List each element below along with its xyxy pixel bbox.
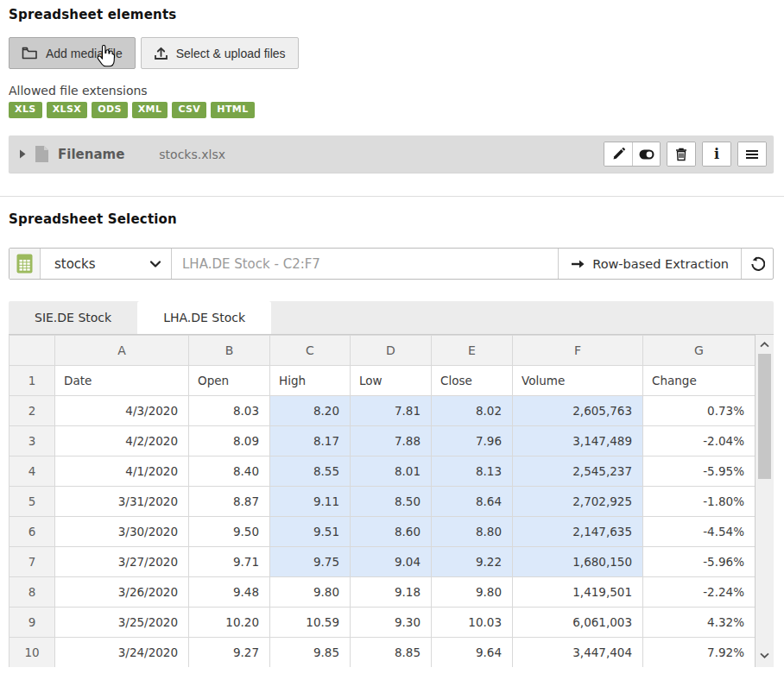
sheet-cell[interactable]: 9.22 <box>432 547 513 577</box>
sheet-cell[interactable]: 8.01 <box>351 456 432 487</box>
sheet-cell[interactable]: 8.50 <box>351 487 432 517</box>
sheet-cell[interactable]: 8.13 <box>432 456 513 487</box>
scroll-up-arrow[interactable] <box>756 337 774 352</box>
sheet-cell[interactable]: -2.04% <box>643 426 756 456</box>
row-number-cell[interactable]: 8 <box>9 577 55 608</box>
sheet-cell[interactable]: Open <box>189 366 270 396</box>
sheet-cell[interactable]: 8.87 <box>189 487 270 517</box>
row-number-cell[interactable]: 7 <box>9 547 55 577</box>
sheet-cell[interactable]: 9.04 <box>351 547 432 577</box>
sheet-cell[interactable]: 8.64 <box>432 487 513 517</box>
sheet-cell[interactable]: 3/30/2020 <box>55 517 189 547</box>
file-reference-row[interactable]: Filename stocks.xlsx <box>9 135 774 173</box>
sheet-cell[interactable]: 2,702,925 <box>513 487 643 517</box>
sheet-cell[interactable]: 10.03 <box>432 608 513 638</box>
sheet-cell[interactable]: 8.40 <box>189 456 270 487</box>
sheet-cell[interactable]: 7.92% <box>643 638 756 668</box>
sheet-cell[interactable]: 8.60 <box>351 517 432 547</box>
row-number-cell[interactable]: 9 <box>9 608 55 638</box>
sheet-cell[interactable]: -4.54% <box>643 517 756 547</box>
sheet-cell[interactable]: 3/26/2020 <box>55 577 189 608</box>
sheet-cell[interactable]: Low <box>351 366 432 396</box>
sheet-cell[interactable]: 6,061,003 <box>513 608 643 638</box>
sheet-cell[interactable]: 3/25/2020 <box>55 608 189 638</box>
column-letter-cell[interactable]: F <box>513 336 643 366</box>
sheet-cell[interactable]: 9.48 <box>189 577 270 608</box>
sheet-cell[interactable]: 8.85 <box>351 638 432 668</box>
sheet-cell[interactable]: 4/1/2020 <box>55 456 189 487</box>
drag-handle-button[interactable] <box>738 142 766 166</box>
sheet-cell[interactable]: 8.17 <box>270 426 351 456</box>
edit-button[interactable] <box>604 142 632 166</box>
sheet-cell[interactable]: High <box>270 366 351 396</box>
tab-lha-de-stock[interactable]: LHA.DE Stock <box>137 301 271 334</box>
sheet-cell[interactable]: 9.64 <box>432 638 513 668</box>
visibility-toggle-button[interactable] <box>632 142 660 166</box>
tab-sie-de-stock[interactable]: SIE.DE Stock <box>9 301 137 334</box>
sheet-cell[interactable]: 9.80 <box>432 577 513 608</box>
sheet-cell[interactable]: 9.80 <box>270 577 351 608</box>
sheet-cell[interactable]: 9.75 <box>270 547 351 577</box>
row-number-cell[interactable]: 4 <box>9 456 55 487</box>
sheet-cell[interactable]: 7.96 <box>432 426 513 456</box>
range-selection-input[interactable] <box>172 249 558 279</box>
sheet-cell[interactable]: 2,147,635 <box>513 517 643 547</box>
sheet-cell[interactable]: 8.09 <box>189 426 270 456</box>
column-letter-cell[interactable]: A <box>55 336 189 366</box>
sheet-cell[interactable]: 9.11 <box>270 487 351 517</box>
sheet-cell[interactable]: 2,545,237 <box>513 456 643 487</box>
row-number-cell[interactable]: 5 <box>9 487 55 517</box>
vertical-scrollbar[interactable] <box>755 335 774 667</box>
delete-button[interactable] <box>667 142 695 166</box>
info-button[interactable]: i <box>703 142 730 166</box>
sheet-cell[interactable]: Volume <box>513 366 643 396</box>
sheet-cell[interactable]: 8.55 <box>270 456 351 487</box>
sheet-cell[interactable]: Date <box>55 366 189 396</box>
sheet-cell[interactable]: 7.81 <box>351 396 432 426</box>
sheet-cell[interactable]: 0.73% <box>643 396 756 426</box>
row-number-cell[interactable]: 3 <box>9 426 55 456</box>
sheet-cell[interactable]: 9.18 <box>351 577 432 608</box>
sheet-cell[interactable]: 9.85 <box>270 638 351 668</box>
add-media-file-button[interactable]: Add media file <box>9 37 136 69</box>
sheet-cell[interactable]: 4/3/2020 <box>55 396 189 426</box>
sheet-cell[interactable]: -5.96% <box>643 547 756 577</box>
column-letter-cell[interactable]: D <box>351 336 432 366</box>
expand-caret-icon[interactable] <box>19 149 26 159</box>
reset-selection-button[interactable] <box>741 249 773 279</box>
sheet-cell[interactable]: -1.80% <box>643 487 756 517</box>
sheet-cell[interactable]: 9.51 <box>270 517 351 547</box>
sheet-cell[interactable]: Close <box>432 366 513 396</box>
sheet-cell[interactable]: 3/27/2020 <box>55 547 189 577</box>
column-letter-cell[interactable]: B <box>189 336 270 366</box>
sheet-cell[interactable]: Change <box>643 366 756 396</box>
row-number-cell[interactable]: 6 <box>9 517 55 547</box>
sheet-cell[interactable]: 8.03 <box>189 396 270 426</box>
row-number-cell[interactable]: 10 <box>9 638 55 668</box>
sheet-cell[interactable]: 3,447,404 <box>513 638 643 668</box>
column-letter-cell[interactable]: C <box>270 336 351 366</box>
sheet-cell[interactable]: 3,147,489 <box>513 426 643 456</box>
corner-cell[interactable] <box>9 336 55 366</box>
sheet-cell[interactable]: 8.20 <box>270 396 351 426</box>
sheet-cell[interactable]: 3/31/2020 <box>55 487 189 517</box>
row-based-extraction-button[interactable]: Row-based Extraction <box>558 249 741 279</box>
sheet-cell[interactable]: 8.80 <box>432 517 513 547</box>
sheet-cell[interactable]: 1,680,150 <box>513 547 643 577</box>
scroll-down-arrow[interactable] <box>756 647 774 663</box>
row-number-cell[interactable]: 1 <box>9 366 55 396</box>
sheet-cell[interactable]: 2,605,763 <box>513 396 643 426</box>
scrollbar-thumb[interactable] <box>758 354 771 479</box>
sheet-cell[interactable]: -5.95% <box>643 456 756 487</box>
row-number-cell[interactable]: 2 <box>9 396 55 426</box>
sheet-cell[interactable]: 3/24/2020 <box>55 638 189 668</box>
column-letter-cell[interactable]: G <box>643 336 756 366</box>
sheet-cell[interactable]: 9.30 <box>351 608 432 638</box>
sheet-cell[interactable]: 9.71 <box>189 547 270 577</box>
select-upload-files-button[interactable]: Select & upload files <box>141 37 299 69</box>
sheet-cell[interactable]: 10.20 <box>189 608 270 638</box>
sheet-cell[interactable]: 8.02 <box>432 396 513 426</box>
sheet-cell[interactable]: 1,419,501 <box>513 577 643 608</box>
sheet-cell[interactable]: -2.24% <box>643 577 756 608</box>
sheet-cell[interactable]: 4/2/2020 <box>55 426 189 456</box>
